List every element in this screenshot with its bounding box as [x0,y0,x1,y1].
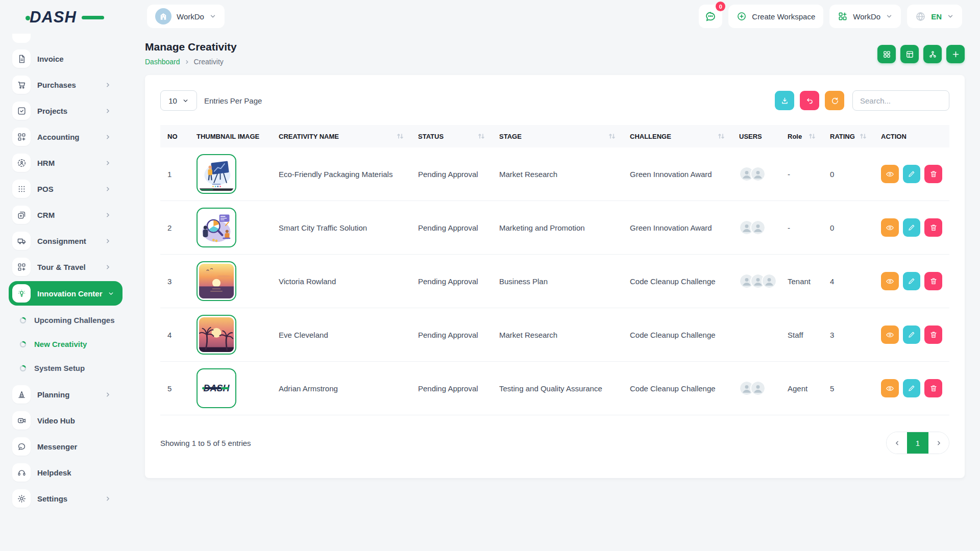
delete-button[interactable] [924,218,942,237]
pencil-icon [908,331,916,339]
sidebar-subitem-new-creativity[interactable]: New Creativity [0,332,128,356]
hierarchy-view-button[interactable] [923,45,942,63]
brand-logo[interactable]: DASH [30,8,101,26]
row-number: 3 [160,255,189,308]
chevron-right-icon [105,212,111,218]
col-header-role[interactable]: Role [780,125,823,147]
entries-per-page-value: 10 [168,96,177,105]
export-button[interactable] [775,91,794,110]
sidebar-item-projects[interactable]: Projects [0,99,122,122]
edit-button[interactable] [903,272,921,290]
sidebar-item-invoice[interactable]: Invoice [0,47,122,70]
sidebar-item-messenger[interactable]: Messenger [0,435,122,458]
create-workspace-button[interactable]: Create Workspace [728,5,823,28]
status-cell: Pending Approval [411,255,492,308]
table-row: 2 Smart City Traffic Solution Pending Ap… [160,201,949,255]
language-selector[interactable]: EN [907,5,962,28]
previous-page-button[interactable] [887,432,907,454]
entries-per-page-label: Entries Per Page [204,96,262,105]
sidebar-item-crm[interactable]: CRM [0,203,122,227]
cone-icon [12,385,31,404]
current-page-button[interactable]: 1 [907,432,928,454]
view-button[interactable] [881,325,899,344]
entries-per-page-select[interactable]: 10 [160,90,197,111]
sidebar-item-pos[interactable]: POS [0,177,122,201]
avatar [750,166,766,182]
role-cell: - [780,147,823,201]
sort-icon [718,133,725,139]
chevron-left-icon [894,440,900,446]
col-header-challenge[interactable]: CHALLENGE [623,125,732,147]
chevron-down-icon [108,290,114,297]
sidebar-item-hrm[interactable]: HRM [0,151,122,174]
chevron-down-icon [947,13,954,20]
breadcrumb-dashboard-link[interactable]: Dashboard [145,58,180,66]
thumbnail-dash-logo-image[interactable]: DASH [197,368,236,408]
sidebar-subitem-upcoming-challenges[interactable]: Upcoming Challenges [0,308,128,332]
sidebar-item-planning[interactable]: Planning [0,383,122,406]
language-label: EN [931,12,942,21]
sidebar-item-purchases[interactable]: Purchases [0,73,122,96]
thumbnail-sunset-photo[interactable] [197,261,236,301]
view-button[interactable] [881,379,899,397]
view-button[interactable] [881,272,899,290]
edit-button[interactable] [903,325,921,344]
row-number: 4 [160,308,189,362]
sidebar-item-video-hub[interactable]: Video Hub [0,409,122,432]
delete-button[interactable] [924,165,942,183]
workdo-menu-label: WorkDo [853,12,880,21]
eye-icon [886,223,894,232]
next-page-button[interactable] [928,432,949,454]
entries-summary: Showing 1 to 5 of 5 entries [160,439,251,447]
view-button[interactable] [881,218,899,237]
sidebar-item-accounting[interactable]: Accounting [0,125,122,148]
delete-button[interactable] [924,379,942,397]
edit-button[interactable] [903,218,921,237]
workdo-menu-button[interactable]: WorkDo [829,5,901,28]
table-row: 1 Eco-Friendly Packaging Materials Pendi… [160,147,949,201]
col-header-status[interactable]: STATUS [411,125,492,147]
chevron-down-icon [182,97,189,104]
thumbnail-easel-illustration[interactable] [197,154,236,194]
creativity-name: Eco-Friendly Packaging Materials [272,147,411,201]
chevron-right-icon [105,108,111,114]
stage-cell: Business Plan [492,255,623,308]
refresh-button[interactable] [825,91,844,110]
sidebar-subitem-system-setup[interactable]: System Setup [0,356,128,380]
table-view-button[interactable] [900,45,919,63]
add-creativity-button[interactable] [946,45,965,63]
thumbnail-magnifier-analytics-illustration[interactable] [197,208,236,247]
check-square-icon [12,102,31,120]
role-cell: - [780,201,823,255]
workspace-switcher[interactable]: WorkDo [147,5,225,28]
plus-circle-icon [737,11,747,21]
undo-button[interactable] [800,91,819,110]
sidebar-item-innovation-center[interactable]: Innovation Center [9,281,122,306]
thumbnail-palm-beach-photo[interactable] [197,315,236,355]
sidebar-item-settings[interactable]: Settings [0,487,122,510]
col-header-name[interactable]: CREATIVITY NAME [272,125,411,147]
sidebar-item-consignment[interactable]: Consignment [0,229,122,253]
delete-button[interactable] [924,325,942,344]
delete-button[interactable] [924,272,942,290]
user-avatars [739,220,773,235]
sort-icon [397,133,404,139]
messages-badge: 0 [716,2,725,11]
creativity-name: Victoria Rowland [272,255,411,308]
pagination: 1 [886,432,949,454]
sidebar-item-helpdesk[interactable]: Helpdesk [0,461,122,484]
messages-button[interactable]: 0 [699,5,722,28]
col-header-stage[interactable]: STAGE [492,125,623,147]
view-button[interactable] [881,165,899,183]
role-cell: Agent [780,362,823,415]
edit-button[interactable] [903,165,921,183]
search-input[interactable] [852,90,949,111]
grid-view-button[interactable] [877,45,896,63]
chevron-right-icon [105,160,111,166]
user-dashed-circle-icon [12,154,31,172]
sidebar-item-tour-travel[interactable]: Tour & Travel [0,255,122,279]
edit-button[interactable] [903,379,921,397]
col-header-action: ACTION [874,125,949,147]
col-header-rating[interactable]: RATING [823,125,874,147]
refresh-icon [830,96,839,105]
